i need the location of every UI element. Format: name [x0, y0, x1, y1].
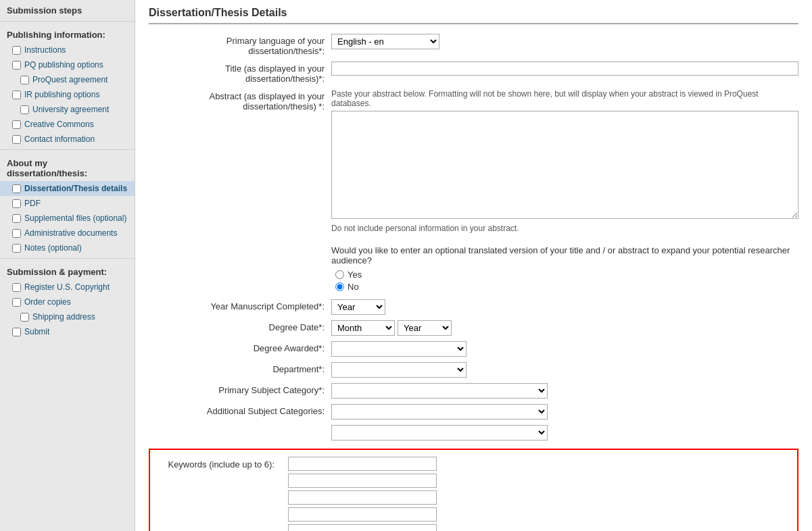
- pdf-checkbox[interactable]: [12, 199, 21, 208]
- degree-date-label: Degree Date*:: [149, 320, 331, 332]
- degree-awarded-control: Ph.D. M.A. M.S. Ed.D.: [331, 341, 798, 357]
- language-control: English - en French - fr Spanish - es Ge…: [331, 34, 798, 49]
- language-select[interactable]: English - en French - fr Spanish - es Ge…: [331, 34, 439, 49]
- primary-subject-row: Primary Subject Category*: Computer Scie…: [149, 383, 798, 399]
- language-label: Primary language of your dissertation/th…: [149, 34, 331, 56]
- department-label: Department*:: [149, 362, 331, 374]
- notes-checkbox[interactable]: [12, 244, 21, 253]
- sidebar: Submission steps Publishing information:…: [0, 0, 135, 531]
- translated-question-text: Would you like to enter an optional tran…: [331, 245, 798, 266]
- supplemental-checkbox[interactable]: [12, 214, 21, 223]
- additional-subject-row-1: Additional Subject Categories: Computer …: [149, 404, 798, 420]
- abstract-control: Paste your abstract below. Formatting wi…: [331, 89, 798, 233]
- payment-header: Submission & payment:: [0, 261, 135, 280]
- title-label: Title (as displayed in your dissertation…: [149, 61, 331, 84]
- degree-date-row: Degree Date*: Month January February Mar…: [149, 320, 798, 336]
- keyword-input-4[interactable]: [288, 507, 437, 522]
- degree-awarded-label: Degree Awarded*:: [149, 341, 331, 353]
- publishing-info-header: Publishing information:: [0, 24, 135, 43]
- sidebar-item-creative-commons[interactable]: Creative Commons: [0, 117, 135, 132]
- sidebar-item-contact-info[interactable]: Contact information: [0, 132, 135, 147]
- abstract-row: Abstract (as displayed in your dissertat…: [149, 89, 798, 233]
- proquest-agreement-checkbox[interactable]: [20, 76, 29, 84]
- title-input[interactable]: [331, 61, 798, 76]
- primary-subject-label: Primary Subject Category*:: [149, 383, 331, 395]
- additional-subject-select-1[interactable]: Computer Science Biology Chemistry: [331, 404, 548, 420]
- degree-year-select[interactable]: Year 2024 2023 2022 2021 2020: [398, 320, 452, 336]
- additional-subject-control-1: Computer Science Biology Chemistry: [331, 404, 798, 420]
- shipping-address-checkbox[interactable]: [20, 313, 29, 322]
- additional-subject-label-2: [149, 425, 331, 427]
- admin-docs-checkbox[interactable]: [12, 229, 21, 238]
- title-row: Title (as displayed in your dissertation…: [149, 61, 798, 84]
- radio-yes-label: Yes: [348, 270, 362, 280]
- university-agreement-checkbox[interactable]: [20, 105, 29, 114]
- abstract-note: Do not include personal information in y…: [331, 224, 791, 233]
- main-content: Dissertation/Thesis Details Primary lang…: [135, 0, 812, 531]
- keyword-input-1[interactable]: [288, 457, 437, 471]
- abstract-label: Abstract (as displayed in your dissertat…: [149, 89, 331, 111]
- year-completed-label: Year Manuscript Completed*:: [149, 299, 331, 311]
- degree-date-selects: Month January February March April May J…: [331, 320, 798, 336]
- primary-subject-select[interactable]: Computer Science Biology Chemistry: [331, 383, 548, 399]
- year-completed-select[interactable]: Year 2024 2023 2022 2021 2020: [331, 299, 385, 315]
- translated-question-label-spacer: [149, 238, 331, 241]
- translated-question-row: Would you like to enter an optional tran…: [149, 238, 798, 294]
- radio-yes[interactable]: [335, 270, 344, 279]
- sidebar-item-submit[interactable]: Submit: [0, 324, 135, 339]
- primary-subject-control: Computer Science Biology Chemistry: [331, 383, 798, 399]
- department-select[interactable]: Computer Science Biology Chemistry Engin…: [331, 362, 467, 378]
- degree-date-control: Month January February March April May J…: [331, 320, 798, 336]
- creative-commons-checkbox[interactable]: [12, 120, 21, 129]
- additional-subject-row-2: Computer Science Biology Chemistry: [149, 425, 798, 440]
- keyword-input-3[interactable]: [288, 490, 437, 505]
- sidebar-item-notes[interactable]: Notes (optional): [0, 241, 135, 255]
- year-completed-control: Year 2024 2023 2022 2021 2020: [331, 299, 798, 315]
- instructions-checkbox[interactable]: [12, 46, 21, 55]
- ir-publishing-checkbox[interactable]: [12, 91, 21, 99]
- radio-yes-row: Yes: [331, 270, 798, 280]
- sidebar-item-shipping-address[interactable]: Shipping address: [0, 309, 135, 324]
- sidebar-item-university-agreement[interactable]: University agreement: [0, 102, 135, 117]
- sidebar-item-ir-publishing[interactable]: IR publishing options: [0, 87, 135, 102]
- abstract-textarea[interactable]: [331, 111, 798, 219]
- language-row: Primary language of your dissertation/th…: [149, 34, 798, 56]
- department-control: Computer Science Biology Chemistry Engin…: [331, 362, 798, 378]
- translated-question-control: Would you like to enter an optional tran…: [331, 238, 798, 294]
- register-copyright-checkbox[interactable]: [12, 283, 21, 292]
- radio-no-label: No: [348, 282, 359, 292]
- sidebar-item-supplemental[interactable]: Supplemental files (optional): [0, 211, 135, 226]
- degree-month-select[interactable]: Month January February March April May J…: [331, 320, 395, 336]
- sidebar-item-proquest-agreement[interactable]: ProQuest agreement: [0, 72, 135, 87]
- additional-subject-label: Additional Subject Categories:: [149, 404, 331, 416]
- sidebar-item-order-copies[interactable]: Order copies: [0, 295, 135, 309]
- additional-subject-control-2: Computer Science Biology Chemistry: [331, 425, 798, 440]
- contact-info-checkbox[interactable]: [12, 135, 21, 144]
- sidebar-item-pq-publishing[interactable]: PQ publishing options: [0, 57, 135, 72]
- radio-no-row: No: [331, 282, 798, 292]
- about-header: About my dissertation/thesis:: [0, 153, 135, 181]
- submit-checkbox[interactable]: [12, 328, 21, 336]
- keywords-label: Keywords (include up to 6):: [160, 457, 281, 470]
- keyword-input-2[interactable]: [288, 474, 437, 488]
- sidebar-item-register-copyright[interactable]: Register U.S. Copyright: [0, 280, 135, 295]
- degree-awarded-row: Degree Awarded*: Ph.D. M.A. M.S. Ed.D.: [149, 341, 798, 357]
- submission-steps-header: Submission steps: [0, 0, 135, 18]
- sidebar-item-admin-docs[interactable]: Administrative documents: [0, 226, 135, 241]
- department-row: Department*: Computer Science Biology Ch…: [149, 362, 798, 378]
- keywords-section: Keywords (include up to 6):: [149, 449, 798, 531]
- radio-no[interactable]: [335, 282, 344, 291]
- sidebar-item-pdf[interactable]: PDF: [0, 196, 135, 211]
- abstract-hint: Paste your abstract below. Formatting wi…: [331, 89, 791, 108]
- dissertation-details-checkbox[interactable]: [12, 184, 21, 193]
- additional-subject-select-2[interactable]: Computer Science Biology Chemistry: [331, 425, 548, 440]
- keyword-input-5[interactable]: [288, 524, 437, 531]
- degree-awarded-select[interactable]: Ph.D. M.A. M.S. Ed.D.: [331, 341, 467, 357]
- sidebar-item-instructions[interactable]: Instructions: [0, 43, 135, 57]
- pq-publishing-checkbox[interactable]: [12, 61, 21, 70]
- page-title: Dissertation/Thesis Details: [149, 7, 798, 24]
- keywords-inputs: [288, 457, 437, 531]
- order-copies-checkbox[interactable]: [12, 298, 21, 307]
- sidebar-item-dissertation-details[interactable]: Dissertation/Thesis details: [0, 181, 135, 196]
- year-completed-row: Year Manuscript Completed*: Year 2024 20…: [149, 299, 798, 315]
